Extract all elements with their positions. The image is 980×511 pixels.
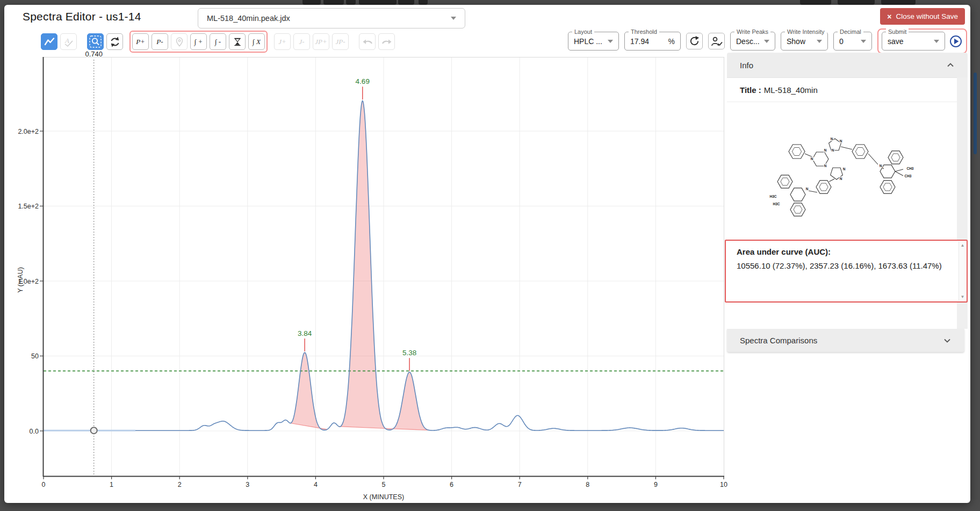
background-tab [346,0,356,5]
user-check-icon [711,35,723,47]
chevron-down-icon [934,40,939,43]
x-axis-title: X (MINUTES) [363,493,404,501]
close-button-label: Close without Save [896,12,958,20]
svg-text:N: N [843,167,846,171]
pin-icon [174,37,185,47]
screen: Spectra Editor - us1-14 ML-518_40min.pea… [0,0,980,511]
layout-label: Layout [572,28,594,35]
chevron-down-icon [943,336,952,345]
svg-text:A: A [64,37,69,45]
chevron-up-icon [946,61,955,69]
background-tab [838,0,875,5]
background-tab [302,0,321,5]
anchor-label: 0.740 [85,50,103,58]
scroll-up-icon[interactable]: ▲ [961,243,965,248]
chevron-down-icon [764,40,769,43]
write-intensity-label: Write Intensity [785,28,827,35]
svg-text:N: N [832,148,834,152]
add-peak-button[interactable]: P+ [132,33,149,50]
write-intensity-value: Show [787,37,805,46]
auto-assign-button[interactable] [708,33,725,49]
info-accordion-header[interactable]: Info [727,53,968,77]
remove-integral-button[interactable]: ∫ - [210,33,226,50]
svg-text:H3C: H3C [773,202,780,206]
chromatogram-chart[interactable]: 0.7403.844.695.380123456789100.0501.0e+2… [15,50,738,504]
molecule-structure-image: NNNNNNNNNNCH3CH3H3CH3C [755,118,932,223]
add-integral-button[interactable]: ∫ + [190,33,207,50]
svg-text:N: N [806,187,809,191]
y-tick-label: 50 [31,352,39,360]
x-tick-label: 5 [382,481,386,488]
threshold-input[interactable]: Threshold 17.94 % [624,32,681,51]
remove-jp-button[interactable]: JP- [332,33,349,50]
background-tab [398,0,414,5]
close-icon: × [887,13,891,20]
remove-j-button[interactable]: J- [293,33,310,50]
undo-button[interactable] [359,33,376,50]
close-without-save-button[interactable]: × Close without Save [880,8,965,25]
peak-label: 5.38 [402,349,416,357]
remove-peak-button[interactable]: P- [152,33,168,50]
info-accordion-title: Info [740,61,753,70]
add-jp-button[interactable]: JP+ [313,33,329,50]
submit-select[interactable]: Submit save [882,32,945,51]
write-peaks-select[interactable]: Write Peaks Desc... [730,32,775,51]
scroll-down-icon[interactable]: ▼ [961,294,965,299]
refresh-threshold-button[interactable] [686,33,703,49]
background-tab [800,0,831,5]
chevron-down-icon [817,40,822,43]
write-intensity-select[interactable]: Write Intensity Show [781,32,828,51]
auc-box: Area under curve (AUC): 10556.10 (72.37%… [725,240,968,303]
chevron-down-icon [608,40,613,43]
toolbar-left: AP+P-∫ +∫ -∫ XJ+J-JP+JP- [41,31,395,53]
auto-phase-button[interactable]: A [60,33,77,50]
svg-text:N: N [811,157,813,161]
x-tick-label: 7 [518,481,522,488]
display-mode-button[interactable] [41,33,57,50]
x-tick-label: 10 [720,481,727,488]
a-check-icon: A [63,36,75,48]
submit-value: save [888,37,904,46]
y-tick-label: 0.0 [30,428,39,435]
spectrum-title-label: Title : [740,85,761,95]
decimal-select[interactable]: Decimal 0 [833,32,872,51]
x-tick-label: 8 [586,481,589,488]
cycle-icon [109,36,121,48]
x-tick-label: 4 [314,481,318,488]
x-tick-label: 6 [450,481,453,488]
svg-text:N: N [831,137,833,141]
auto-threshold-button[interactable] [229,33,246,50]
peak-tools-group: P+P-∫ +∫ -∫ X [129,31,268,53]
clear-integrals-button[interactable]: ∫ X [248,33,265,50]
svg-text:H3C: H3C [769,195,776,198]
redo-button[interactable] [378,33,395,50]
hourglass-icon [233,37,242,47]
threshold-unit: % [668,37,675,46]
svg-text:N: N [840,177,842,181]
spectra-comparisons-header[interactable]: Spectra Comparisons [727,329,964,352]
svg-text:N: N [880,164,882,168]
auc-values-text: 10556.10 (72.37%), 2357.23 (16.16%), 167… [737,261,950,270]
info-panel: Info Title : ML-518_40min NNNNNNNNNNCH3C… [727,53,968,357]
add-j-button[interactable]: J+ [274,33,291,50]
y-tick-label: 2.0e+2 [18,128,39,135]
svg-text:N: N [824,148,827,152]
background-tab [881,0,916,5]
y-tick-label: 1.5e+2 [18,203,39,210]
submit-label: Submit [886,28,909,35]
peak-label: 4.69 [356,77,370,85]
spectrum-file-select[interactable]: ML-518_40min.peak.jdx [198,8,465,28]
zigzag-icon [44,36,55,48]
page-title: Spectra Editor - us1-14 [23,10,141,23]
layout-select[interactable]: Layout HPLC ... [568,32,619,51]
pick-peak-button[interactable] [171,33,188,50]
layout-value: HPLC ... [574,37,602,46]
integration-fill [338,101,393,430]
x-tick-label: 0 [42,481,46,488]
submit-run-button[interactable] [949,34,963,48]
chevron-down-icon [861,40,866,43]
auc-heading: Area under curve (AUC): [737,247,950,256]
zoom-select-button[interactable] [87,33,104,50]
zoom-reset-button[interactable] [106,33,123,50]
auc-scrollbar[interactable]: ▲ ▼ [959,241,966,301]
